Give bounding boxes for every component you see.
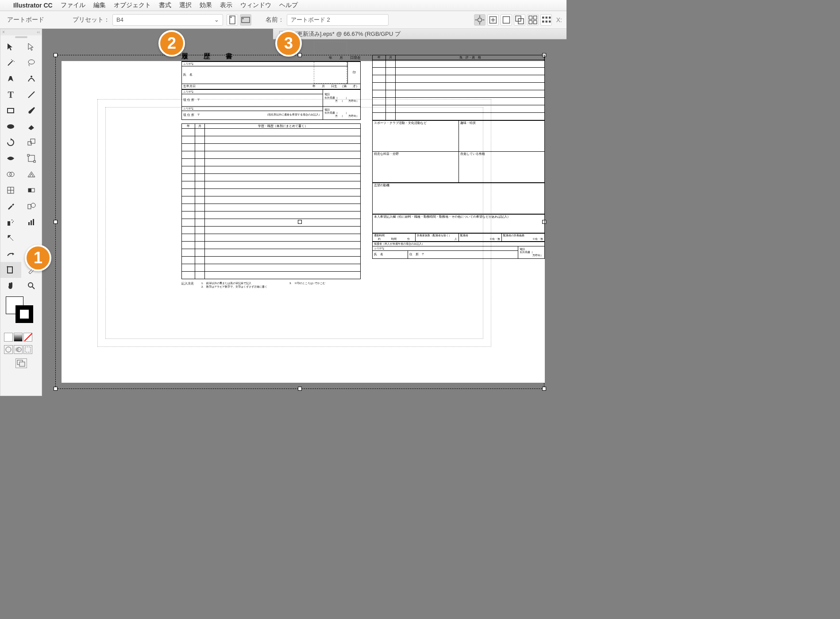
line-tool[interactable] xyxy=(21,87,42,103)
selection-handle[interactable] xyxy=(54,53,58,57)
resume-form-right: 年月免 許・資 格 スポーツ・クラブ活動・文化活動など趣味・特技 得意な科目・分… xyxy=(372,55,545,259)
collapse-icon[interactable]: ‹‹ xyxy=(37,30,40,35)
svg-rect-45 xyxy=(28,188,31,192)
draw-behind-icon[interactable] xyxy=(14,345,23,354)
magic-wand-tool[interactable] xyxy=(0,55,21,71)
stroke-swatch[interactable] xyxy=(15,305,33,323)
svg-rect-65 xyxy=(19,362,25,366)
screen-mode-button[interactable] xyxy=(15,358,27,368)
svg-point-30 xyxy=(31,76,32,77)
selection-tool[interactable] xyxy=(0,39,21,55)
svg-rect-20 xyxy=(545,16,547,19)
svg-rect-38 xyxy=(34,161,35,162)
rectangle-tool[interactable] xyxy=(0,103,21,119)
screen-mode-row xyxy=(0,344,42,355)
spare-tool-2[interactable] xyxy=(0,246,21,262)
color-none-icon[interactable] xyxy=(23,333,32,342)
menu-window[interactable]: ウィンドウ xyxy=(240,1,271,9)
selection-handle[interactable] xyxy=(54,220,58,224)
blend-tool[interactable] xyxy=(21,198,42,214)
shape-builder-tool[interactable] xyxy=(0,166,21,182)
app-name[interactable]: Illustrator CC xyxy=(13,2,53,9)
zoom-tool[interactable] xyxy=(21,278,42,294)
eyedropper-tool[interactable] xyxy=(0,198,21,214)
selection-handle[interactable] xyxy=(54,387,58,391)
lasso-tool[interactable] xyxy=(21,55,42,71)
gradient-tool[interactable] xyxy=(21,182,42,198)
canvas[interactable]: 履 歴 書 年 月 日現在 ふりがな印 氏 名 生年月日年 月 日生 （満 才）… xyxy=(42,39,566,417)
svg-rect-17 xyxy=(529,20,532,24)
svg-point-58 xyxy=(28,283,33,287)
tools-panel-grip[interactable] xyxy=(0,35,42,39)
slice-tool[interactable] xyxy=(0,230,21,246)
color-gradient-icon[interactable] xyxy=(14,333,23,342)
draw-inside-icon[interactable] xyxy=(23,345,32,354)
artboard-name-input[interactable]: アートボード 2 xyxy=(287,14,389,26)
svg-rect-37 xyxy=(27,154,29,156)
orientation-landscape-button[interactable] xyxy=(240,14,251,26)
svg-rect-48 xyxy=(8,221,10,226)
menu-effect[interactable]: 効果 xyxy=(200,1,212,9)
svg-rect-52 xyxy=(28,222,30,225)
menu-select[interactable]: 選択 xyxy=(179,1,192,9)
width-tool[interactable] xyxy=(0,150,21,166)
rearrange-button[interactable] xyxy=(540,14,552,26)
svg-rect-63 xyxy=(25,347,31,352)
svg-point-50 xyxy=(13,221,14,222)
hand-tool[interactable] xyxy=(0,278,21,294)
shaper-tool[interactable] xyxy=(0,119,21,135)
svg-rect-32 xyxy=(8,108,14,113)
selection-handle[interactable] xyxy=(542,387,546,391)
menu-help[interactable]: ヘルプ xyxy=(279,1,298,9)
color-solid-icon[interactable] xyxy=(4,333,13,342)
menu-edit[interactable]: 編集 xyxy=(93,1,106,9)
menu-type[interactable]: 書式 xyxy=(159,1,171,9)
preset-value: B4 xyxy=(116,16,123,23)
pen-tool[interactable] xyxy=(0,71,21,87)
draw-normal-icon[interactable] xyxy=(4,345,13,354)
callout-2: 2 xyxy=(158,30,185,57)
menu-object[interactable]: オブジェクト xyxy=(114,1,151,9)
chevron-down-icon: ⌄ xyxy=(214,16,219,23)
close-icon[interactable]: × xyxy=(2,30,5,35)
svg-rect-55 xyxy=(8,267,12,273)
type-tool[interactable]: T xyxy=(0,87,21,103)
document-tab[interactable]: b5 [更新済み].eps* @ 66.67% (RGB/GPU プ xyxy=(273,29,566,39)
svg-rect-18 xyxy=(533,20,537,24)
curvature-tool[interactable] xyxy=(21,71,42,87)
svg-rect-19 xyxy=(542,16,544,19)
direct-selection-tool[interactable] xyxy=(21,39,42,55)
symbol-sprayer-tool[interactable] xyxy=(0,214,21,230)
artboard-options-button[interactable] xyxy=(474,14,486,26)
menu-view[interactable]: 表示 xyxy=(220,1,232,9)
preset-dropdown[interactable]: B4 ⌄ xyxy=(112,14,223,26)
eraser-tool[interactable] xyxy=(21,119,42,135)
perspective-grid-tool[interactable] xyxy=(21,166,42,182)
new-artboard-button[interactable] xyxy=(487,14,499,26)
paintbrush-tool[interactable] xyxy=(21,103,42,119)
svg-rect-16 xyxy=(533,16,537,19)
delete-artboard-button[interactable] xyxy=(501,14,512,26)
menu-file[interactable]: ファイル xyxy=(61,1,85,9)
free-transform-tool[interactable] xyxy=(21,150,42,166)
svg-rect-24 xyxy=(549,20,551,23)
selection-handle[interactable] xyxy=(298,387,302,391)
rotate-tool[interactable] xyxy=(0,135,21,150)
artboard-tool[interactable] xyxy=(0,262,21,278)
orientation-portrait-button[interactable] xyxy=(227,14,238,26)
svg-point-26 xyxy=(12,60,13,61)
artboard-selection[interactable]: 履 歴 書 年 月 日現在 ふりがな印 氏 名 生年月日年 月 日生 （満 才）… xyxy=(55,55,544,389)
spare-tool[interactable] xyxy=(21,230,42,246)
svg-point-1 xyxy=(231,16,232,18)
artboard-grid-button[interactable] xyxy=(527,14,539,26)
fill-stroke-swatch[interactable] xyxy=(0,294,42,332)
mesh-tool[interactable] xyxy=(0,182,21,198)
svg-line-59 xyxy=(32,287,35,289)
column-graph-tool[interactable] xyxy=(21,214,42,230)
svg-point-29 xyxy=(28,60,35,64)
current-tool-label: アートボード xyxy=(7,16,44,24)
scale-tool[interactable] xyxy=(21,135,42,150)
artboard-dup-button[interactable] xyxy=(514,14,525,26)
svg-rect-12 xyxy=(503,16,509,23)
document-title: b5 [更新済み].eps* @ 66.67% (RGB/GPU プ xyxy=(287,30,401,38)
